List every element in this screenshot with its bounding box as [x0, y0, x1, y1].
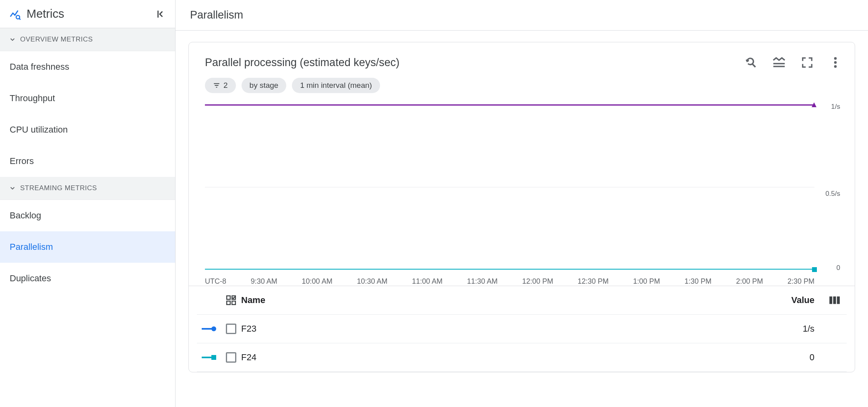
legend-row[interactable]: F23 1/s: [197, 315, 847, 343]
series-line-f24: [205, 269, 814, 270]
nav-item-data-freshness[interactable]: Data freshness: [0, 51, 175, 83]
chevron-down-icon: [9, 185, 16, 192]
nav-item-backlog[interactable]: Backlog: [0, 200, 175, 231]
y-tick-1: 1/s: [831, 103, 840, 111]
sidebar: Metrics OVERVIEW METRICS Data freshness …: [0, 0, 176, 407]
x-tick: 12:30 PM: [578, 277, 609, 286]
fullscreen-button[interactable]: [800, 55, 814, 70]
series-marker-f24: [812, 267, 817, 272]
sidebar-header: Metrics: [0, 0, 175, 28]
select-grid-icon[interactable]: [226, 295, 236, 305]
legend-name-f24: F24: [241, 352, 774, 363]
x-tick: 2:00 PM: [736, 277, 763, 286]
legend-checkbox-f24[interactable]: [226, 352, 236, 363]
filter-chip[interactable]: 2: [205, 78, 236, 93]
sidebar-title: Metrics: [27, 7, 64, 21]
section-header-streaming[interactable]: STREAMING METRICS: [0, 177, 175, 200]
legend-toggle-button[interactable]: [772, 55, 786, 70]
svg-rect-14: [227, 301, 230, 305]
x-tick-tz: UTC-8: [205, 277, 226, 286]
page-title: Parallelism: [176, 0, 868, 31]
svg-rect-15: [232, 301, 236, 305]
x-axis: UTC-8 9:30 AM 10:00 AM 10:30 AM 11:00 AM…: [205, 273, 814, 286]
svg-rect-12: [227, 296, 230, 299]
legend-header: Name Value: [197, 286, 847, 315]
svg-point-0: [16, 15, 20, 19]
series-line-f23: [205, 104, 814, 106]
svg-marker-11: [812, 102, 816, 107]
legend-value-f23: 1/s: [774, 324, 823, 334]
legend-row[interactable]: F24 0: [197, 343, 847, 372]
section-label-streaming: STREAMING METRICS: [20, 184, 97, 192]
svg-point-6: [834, 61, 837, 64]
column-header-value[interactable]: Value: [774, 295, 823, 305]
x-tick: 1:00 PM: [633, 277, 660, 286]
nav-item-errors[interactable]: Errors: [0, 145, 175, 177]
metrics-icon: [9, 8, 21, 20]
x-tick: 11:00 AM: [412, 277, 442, 286]
y-tick-05: 0.5/s: [825, 190, 840, 198]
chart-title: Parallel processing (estimated keys/sec): [205, 56, 399, 69]
y-tick-0: 0: [837, 264, 840, 272]
interval-chip[interactable]: 1 min interval (mean): [292, 78, 380, 93]
reset-zoom-button[interactable]: [744, 55, 758, 70]
chart-plot[interactable]: 1/s 0.5/s 0 UTC-8 9:30 AM 10:00 AM 10:30…: [189, 100, 855, 286]
filter-count: 2: [223, 81, 228, 90]
group-chip[interactable]: by stage: [242, 78, 287, 93]
column-header-name[interactable]: Name: [241, 295, 774, 305]
x-tick: 10:30 AM: [357, 277, 387, 286]
legend-value-f24: 0: [774, 352, 823, 363]
nav-item-parallelism[interactable]: Parallelism: [0, 231, 175, 263]
filter-icon: [213, 82, 220, 89]
legend-name-f23: F23: [241, 324, 774, 334]
nav-item-duplicates[interactable]: Duplicates: [0, 263, 175, 294]
chart-card: Parallel processing (estimated keys/sec): [188, 42, 855, 372]
x-tick: 9:30 AM: [251, 277, 277, 286]
columns-icon[interactable]: [829, 296, 840, 305]
svg-point-7: [834, 65, 837, 68]
svg-line-2: [752, 64, 755, 67]
x-tick: 1:30 PM: [684, 277, 711, 286]
svg-rect-17: [833, 297, 836, 304]
series-marker-f23: [811, 102, 817, 108]
svg-rect-16: [829, 297, 832, 304]
svg-point-5: [834, 57, 837, 60]
legend-checkbox-f23[interactable]: [226, 324, 236, 334]
svg-line-1: [19, 18, 21, 19]
nav-item-cpu-utilization[interactable]: CPU utilization: [0, 114, 175, 145]
section-label-overview: OVERVIEW METRICS: [20, 35, 93, 44]
x-tick: 12:00 PM: [522, 277, 553, 286]
x-tick: 10:00 AM: [302, 277, 333, 286]
series-swatch-f24: [202, 355, 216, 360]
collapse-sidebar-button[interactable]: [154, 8, 167, 21]
chevron-down-icon: [9, 36, 16, 43]
section-header-overview[interactable]: OVERVIEW METRICS: [0, 28, 175, 51]
legend-table: Name Value: [189, 286, 855, 372]
more-options-button[interactable]: [828, 55, 843, 70]
svg-rect-18: [837, 297, 840, 304]
x-tick: 11:30 AM: [467, 277, 498, 286]
x-tick: 2:30 PM: [787, 277, 814, 286]
nav-item-throughput[interactable]: Throughput: [0, 83, 175, 114]
series-swatch-f23: [202, 326, 216, 331]
main: Parallelism Parallel processing (estimat…: [176, 0, 868, 407]
